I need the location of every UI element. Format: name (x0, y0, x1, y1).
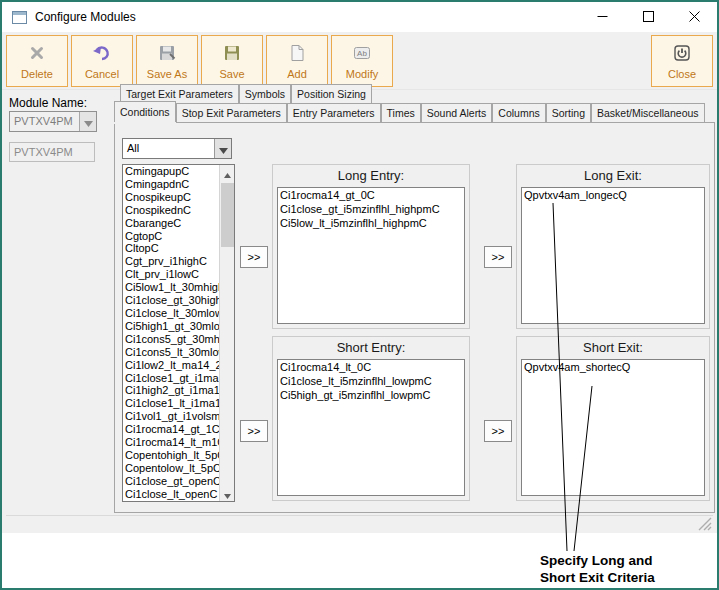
add-button-label: Add (287, 68, 307, 80)
condition-item[interactable]: Clt_prv_i1lowC (123, 268, 219, 281)
condition-item[interactable]: Ci1close_gt_openC (123, 475, 219, 488)
modify-button-label: Modify (346, 68, 378, 80)
condition-item[interactable]: Ci1close_lt_openC (123, 488, 219, 501)
tab-columns[interactable]: Columns (492, 103, 545, 122)
tab-row-front: Conditions Stop Exit Parameters Entry Pa… (114, 103, 705, 122)
tab-symbols[interactable]: Symbols (239, 84, 291, 103)
move-to-short-exit-button[interactable]: >> (484, 420, 512, 442)
undo-icon (92, 43, 112, 66)
tab-times[interactable]: Times (381, 103, 421, 122)
long-entry-item[interactable]: Ci1close_gt_i5mzinflhl_highpmC (278, 202, 464, 216)
condition-item[interactable]: Copentohigh_lt_5pC (123, 449, 219, 462)
condition-item[interactable]: Ci1cons5_gt_30mhighC (123, 333, 219, 346)
tab-stop-exit-parameters[interactable]: Stop Exit Parameters (176, 103, 287, 122)
conditions-source-items[interactable]: CmingapupCCmingapdnCCnospikeupCCnospiked… (123, 165, 219, 501)
short-exit-item[interactable]: Qpvtxv4am_shortecQ (522, 360, 704, 374)
add-button[interactable]: Add (266, 35, 328, 87)
condition-item[interactable]: Ci1cons5_lt_30mlowC (123, 346, 219, 359)
close-window-button[interactable] (671, 2, 717, 32)
condition-item[interactable]: CgtopC (123, 230, 219, 243)
tab-sorting[interactable]: Sorting (546, 103, 591, 122)
condition-item[interactable]: CmingapupC (123, 165, 219, 178)
save-button[interactable]: Save (201, 35, 263, 87)
window-controls (579, 2, 717, 32)
long-exit-label: Long Exit: (517, 168, 709, 183)
long-entry-item[interactable]: Ci5low_lt_i5mzinflhl_highpmC (278, 216, 464, 230)
tab-entry-parameters[interactable]: Entry Parameters (287, 103, 381, 122)
close-icon (689, 10, 700, 25)
condition-item[interactable]: CmingapdnC (123, 178, 219, 191)
annotation-line-1: Specify Long and (540, 552, 655, 569)
resize-grip[interactable] (698, 517, 712, 531)
scroll-down-button[interactable] (220, 486, 235, 501)
source-list-scrollbar[interactable] (219, 165, 234, 501)
condition-item[interactable]: Ci1vol1_gt_i1volsmaC (123, 410, 219, 423)
move-to-long-exit-button[interactable]: >> (484, 246, 512, 268)
condition-item[interactable]: CbarangeC (123, 217, 219, 230)
save-as-button[interactable]: Save As (136, 35, 198, 87)
condition-item[interactable]: Ci1close_gt_30highC (123, 294, 219, 307)
condition-item[interactable]: Copentolow_lt_5pC (123, 462, 219, 475)
move-to-long-entry-button[interactable]: >> (240, 246, 268, 268)
conditions-filter-value: All (123, 139, 214, 158)
tab-strip: Target Exit Parameters Symbols Position … (114, 83, 715, 122)
condition-item[interactable]: Ci1close1_lt_i1ma14C (123, 397, 219, 410)
short-entry-label: Short Entry: (273, 340, 469, 355)
close-button-label: Close (668, 68, 696, 80)
combo-dropdown-button[interactable] (79, 112, 96, 131)
short-entry-item[interactable]: Ci1close_lt_i5mzinflhl_lowpmC (278, 374, 464, 388)
save-as-icon (157, 43, 177, 66)
short-entry-item[interactable]: Ci5high_gt_i5mzinflhl_lowpmC (278, 388, 464, 402)
modify-button[interactable]: Ab Modify (331, 35, 393, 87)
condition-item[interactable]: Ci1rocma14_gt_1C (123, 423, 219, 436)
condition-item[interactable]: Cgt_prv_i1highC (123, 255, 219, 268)
delete-icon (27, 43, 47, 66)
delete-button-label: Delete (21, 68, 53, 80)
condition-item[interactable]: CnospikednC (123, 204, 219, 217)
delete-button[interactable]: Delete (6, 35, 68, 87)
module-name-combo[interactable]: PVTXV4PM (9, 111, 97, 132)
condition-item[interactable]: CltopC (123, 242, 219, 255)
short-exit-listbox[interactable]: Qpvtxv4am_shortecQ (521, 359, 705, 496)
condition-item[interactable]: Ci5low1_lt_30mhighC (123, 281, 219, 294)
tab-conditions[interactable]: Conditions (114, 101, 176, 122)
short-entry-item[interactable]: Ci1rocma14_lt_0C (278, 360, 464, 374)
maximize-icon (643, 10, 654, 25)
toolbar-button-group: Delete Cancel Save As Save Add Ab Modify (6, 35, 393, 87)
condition-item[interactable]: Ci5high1_gt_30mlowC (123, 320, 219, 333)
filter-dropdown-button[interactable] (214, 139, 231, 158)
configure-modules-window: Configure Modules Delete Cancel (0, 0, 719, 590)
tab-basket-miscellaneous[interactable]: Basket/Miscellaneous (591, 103, 705, 122)
tab-sound-alerts[interactable]: Sound Alerts (421, 103, 493, 122)
modify-ab-icon: Ab (352, 43, 372, 66)
save-as-button-label: Save As (147, 68, 187, 80)
short-exit-panel: Short Exit: Qpvtxv4am_shortecQ (516, 336, 710, 501)
short-entry-listbox[interactable]: Ci1rocma14_lt_0CCi1close_lt_i5mzinflhl_l… (277, 359, 465, 496)
condition-item[interactable]: Ci1close1_gt_i1ma14C (123, 372, 219, 385)
module-name-field[interactable] (9, 142, 95, 162)
condition-item[interactable]: Ci1close_lt_30mlowC (123, 307, 219, 320)
close-button[interactable]: Close (651, 35, 713, 87)
conditions-filter-combo[interactable]: All (122, 138, 232, 159)
long-entry-listbox[interactable]: Ci1rocma14_gt_0CCi1close_gt_i5mzinflhl_h… (277, 187, 465, 324)
short-entry-panel: Short Entry: Ci1rocma14_lt_0CCi1close_lt… (272, 336, 470, 501)
condition-item[interactable]: Ci1high2_gt_i1ma14C (123, 384, 219, 397)
window-title: Configure Modules (35, 10, 136, 24)
long-exit-listbox[interactable]: Qpvtxv4am_longecQ (521, 187, 705, 324)
condition-item[interactable]: Ci1rocma14_lt_m1C (123, 436, 219, 449)
long-exit-item[interactable]: Qpvtxv4am_longecQ (522, 188, 704, 202)
cancel-button[interactable]: Cancel (71, 35, 133, 87)
long-entry-item[interactable]: Ci1rocma14_gt_0C (278, 188, 464, 202)
tab-position-sizing[interactable]: Position Sizing (291, 84, 372, 103)
long-exit-panel: Long Exit: Qpvtxv4am_longecQ (516, 164, 710, 329)
conditions-source-listbox: CmingapupCCmingapdnCCnospikeupCCnospiked… (122, 164, 235, 502)
scrollbar-thumb[interactable] (221, 183, 234, 247)
chevron-down-icon (84, 113, 93, 131)
scroll-up-button[interactable] (220, 165, 235, 180)
condition-item[interactable]: CnospikeupC (123, 191, 219, 204)
minimize-button[interactable] (579, 2, 625, 32)
save-icon (222, 43, 242, 66)
move-to-short-entry-button[interactable]: >> (240, 420, 268, 442)
maximize-button[interactable] (625, 2, 671, 32)
condition-item[interactable]: Ci1low2_lt_ma14_20C (123, 359, 219, 372)
